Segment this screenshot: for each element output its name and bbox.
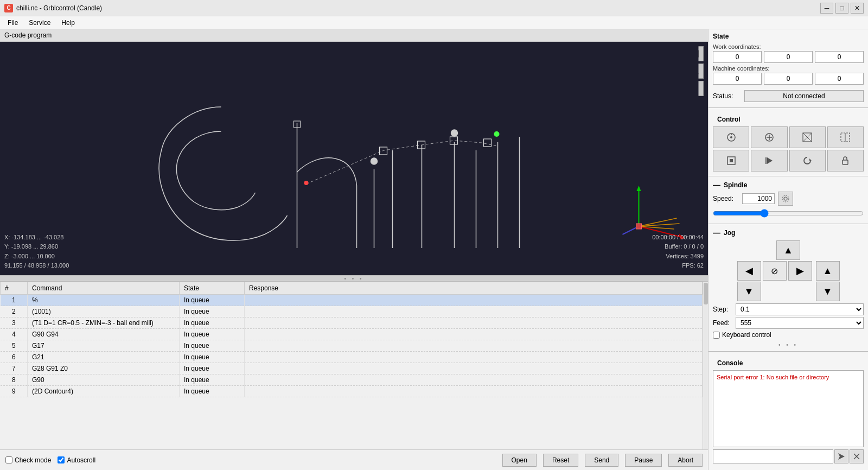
check-mode-label[interactable]: Check mode [5, 456, 51, 464]
abort-button[interactable]: Abort [668, 454, 703, 467]
svg-marker-50 [809, 158, 812, 161]
speed-input[interactable] [742, 193, 775, 204]
maximize-button[interactable]: □ [835, 3, 848, 14]
jog-y-plus-button[interactable]: ▲ [776, 240, 800, 260]
autoscroll-label[interactable]: Autoscroll [58, 456, 95, 464]
table-row[interactable]: 4 G90 G94 In queue [1, 329, 703, 340]
menubar: File Service Help [0, 16, 868, 29]
console-clear-button[interactable] [850, 449, 864, 463]
bottom-toolbar: Check mode Autoscroll Open Reset Send Pa… [0, 449, 708, 470]
row-num: 5 [1, 340, 28, 352]
row-command: (T1 D=1 CR=0.5 - ZMIN=-3 - ball end mill… [28, 317, 180, 329]
feed-select[interactable]: 555 100 500 1000 [736, 317, 864, 329]
row-response [245, 386, 703, 397]
svg-rect-21 [636, 224, 642, 229]
canvas-stats-left: X: -134.183 ... -43.028 Y: -19.098 ... 2… [4, 233, 69, 271]
row-command: G90 [28, 374, 180, 386]
titlebar: C chilli.nc - Grblcontrol (Candle) ─ □ ✕ [0, 0, 868, 16]
machine-y: 0 [764, 73, 813, 85]
table-row[interactable]: 7 G28 G91 Z0 In queue [1, 363, 703, 374]
table-row[interactable]: 8 G90 In queue [1, 374, 703, 386]
jog-stop-button[interactable]: ⊘ [763, 261, 787, 281]
row-state: In queue [180, 340, 245, 352]
y-range: Y: -19.098 ... 29.860 [4, 242, 69, 252]
pause-button[interactable]: Pause [625, 454, 662, 467]
close-button[interactable]: ✕ [851, 3, 864, 14]
command-table-wrapper[interactable]: # Command State Response 1 % In queue 2 … [0, 282, 708, 449]
row-num: 1 [1, 295, 28, 306]
table-row[interactable]: 6 G21 In queue [1, 352, 703, 363]
step-select[interactable]: 0.1 1 10 [736, 303, 864, 315]
position: 91.155 / 48.958 / 13.000 [4, 261, 69, 271]
jog-dash: — [713, 228, 720, 237]
zero-z-icon [840, 132, 851, 143]
minimize-button[interactable]: ─ [820, 3, 833, 14]
divider-1 [709, 107, 868, 108]
status-label: Status: [713, 92, 740, 100]
menu-file[interactable]: File [2, 16, 23, 29]
console-input[interactable] [713, 449, 833, 463]
console-section: Console Serial port error 1: No such fil… [709, 354, 868, 466]
state-section: State Work coordinates: 0 0 0 Machine co… [709, 29, 868, 105]
row-num: 2 [1, 306, 28, 317]
check-mode-checkbox[interactable] [5, 456, 12, 463]
check-mode-text: Check mode [15, 456, 51, 464]
spindle-gear-button[interactable] [778, 192, 793, 206]
window-title: chilli.nc - Grblcontrol (Candle) [16, 4, 102, 12]
svg-rect-51 [843, 160, 848, 164]
col-command: Command [28, 282, 180, 295]
console-send-button[interactable] [834, 449, 848, 463]
row-response [245, 374, 703, 386]
jog-x-minus-button[interactable]: ◀ [737, 261, 761, 281]
table-row[interactable]: 5 G17 In queue [1, 340, 703, 352]
main-area: G-code program [0, 29, 868, 470]
row-num: 9 [1, 386, 28, 397]
spindle-slider[interactable] [713, 209, 864, 218]
home-button[interactable] [713, 126, 749, 148]
command-tbody: 1 % In queue 2 (1001) In queue 3 (T1 D=1… [1, 295, 703, 397]
row-num: 6 [1, 352, 28, 363]
reset-button[interactable]: Reset [543, 454, 578, 467]
zero-z-button[interactable] [827, 126, 864, 148]
goto-zero-button[interactable] [713, 150, 749, 172]
send-button[interactable]: Send [585, 454, 618, 467]
row-response [245, 352, 703, 363]
row-command: G28 G91 Z0 [28, 363, 180, 374]
table-row[interactable]: 2 (1001) In queue [1, 306, 703, 317]
table-row[interactable]: 3 (T1 D=1 CR=0.5 - ZMIN=-3 - ball end mi… [1, 317, 703, 329]
table-row[interactable]: 1 % In queue [1, 295, 703, 306]
feed-label: Feed: [713, 319, 733, 327]
zero-xy-button[interactable] [789, 126, 826, 148]
app-icon: C [4, 4, 13, 12]
svg-point-33 [304, 181, 309, 185]
jog-z-minus-button[interactable]: ▼ [816, 282, 840, 301]
keyboard-control-checkbox[interactable] [713, 332, 720, 339]
console-input-row [713, 449, 864, 463]
coords-section: Work coordinates: 0 0 0 Machine coordina… [709, 41, 868, 89]
window-controls: ─ □ ✕ [820, 3, 864, 14]
control-section: Control [709, 110, 868, 174]
jog-z-plus-button[interactable]: ▲ [816, 261, 840, 281]
open-button[interactable]: Open [502, 454, 537, 467]
jog-x-plus-button[interactable]: ▶ [788, 261, 812, 281]
vertices-display: Vertices: 3499 [652, 252, 704, 262]
autoscroll-checkbox[interactable] [58, 456, 65, 463]
menu-service[interactable]: Service [23, 16, 56, 29]
run-button[interactable] [751, 150, 787, 172]
jog-y-minus-button[interactable]: ▼ [737, 282, 761, 301]
col-num: # [1, 282, 28, 295]
svg-point-34 [494, 131, 500, 137]
canvas-stats-right: 00:00:00 / 00:00:44 Buffer: 0 / 0 / 0 Ve… [652, 233, 704, 271]
gcode-header: G-code program [0, 29, 708, 42]
machine-coords-row: 0 0 0 [713, 73, 864, 85]
table-row[interactable]: 9 (2D Contour4) In queue [1, 386, 703, 397]
row-state: In queue [180, 363, 245, 374]
lock-button[interactable] [827, 150, 864, 172]
svg-rect-47 [730, 159, 733, 162]
x-range: X: -134.183 ... -43.028 [4, 233, 69, 243]
reset-ctrl-button[interactable] [789, 150, 826, 172]
probe-button[interactable] [751, 126, 787, 148]
row-num: 8 [1, 374, 28, 386]
menu-help[interactable]: Help [56, 16, 80, 29]
row-state: In queue [180, 374, 245, 386]
